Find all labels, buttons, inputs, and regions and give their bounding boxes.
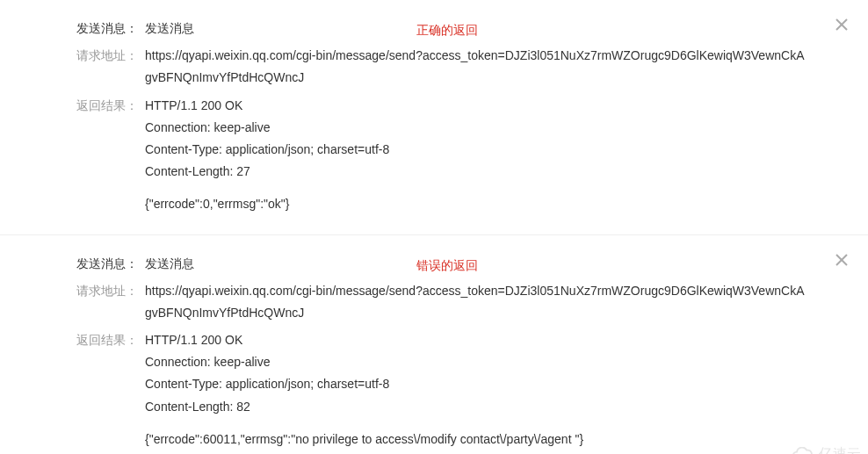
response-result-label: 返回结果： [26, 329, 145, 351]
annotation-correct: 正确的返回 [416, 23, 478, 39]
request-url-value: https://qyapi.weixin.qq.com/cgi-bin/mess… [145, 280, 842, 324]
send-message-label: 发送消息： [26, 253, 145, 275]
request-url-label: 请求地址： [26, 280, 145, 302]
close-button[interactable] [831, 14, 852, 35]
response-headers: HTTP/1.1 200 OK Connection: keep-alive C… [145, 329, 807, 418]
send-message-label: 发送消息： [26, 18, 145, 40]
response-headers: HTTP/1.1 200 OK Connection: keep-alive C… [145, 95, 807, 184]
response-body: {"errcode":60011,"errmsg":"no privilege … [145, 429, 807, 450]
response-result-label: 返回结果： [26, 95, 145, 117]
response-body: {"errcode":0,"errmsg":"ok"} [145, 193, 807, 215]
send-message-value: 发送消息 [145, 18, 842, 40]
request-url-value: https://qyapi.weixin.qq.com/cgi-bin/mess… [145, 45, 842, 89]
close-icon [835, 18, 849, 32]
close-button[interactable] [831, 249, 852, 270]
response-panel-error: 错误的返回 发送消息： 发送消息 请求地址： https://qyapi.wei… [0, 235, 868, 455]
response-panel-correct: 正确的返回 发送消息： 发送消息 请求地址： https://qyapi.wei… [0, 0, 868, 234]
close-icon [835, 253, 849, 267]
response-result-value: HTTP/1.1 200 OK Connection: keep-alive C… [145, 95, 842, 216]
send-message-value: 发送消息 [145, 253, 842, 275]
request-url-label: 请求地址： [26, 45, 145, 67]
annotation-error: 错误的返回 [416, 258, 478, 274]
response-result-value: HTTP/1.1 200 OK Connection: keep-alive C… [145, 329, 842, 450]
